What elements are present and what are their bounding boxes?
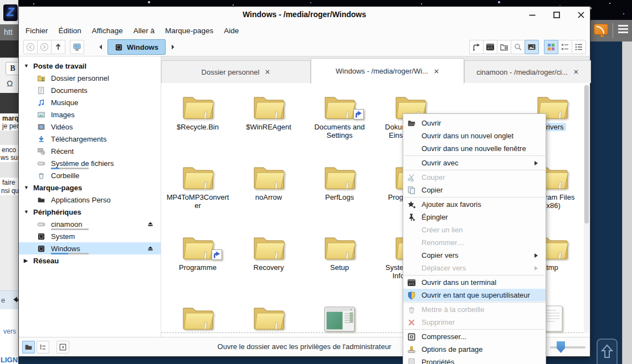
forward-button[interactable] xyxy=(37,40,52,54)
context-menu-item-ouvrir[interactable]: Ouvrir xyxy=(403,117,546,129)
sidebar-item-systeme-de-fichiers[interactable]: Système de fichiers xyxy=(19,157,161,169)
menu-affichage[interactable]: Affichage xyxy=(92,27,123,35)
trash-icon xyxy=(37,171,46,180)
file-folder-row4-2[interactable] xyxy=(234,297,303,332)
path-scroll-left[interactable] xyxy=(94,40,108,54)
show-thumbnails-button[interactable] xyxy=(525,40,539,54)
omega-button-fragment[interactable]: Ω xyxy=(7,79,13,88)
sidebar-item-recent[interactable]: Récent xyxy=(19,145,161,157)
file-setup[interactable]: Setup xyxy=(305,226,374,272)
close-button[interactable] xyxy=(577,11,585,19)
path-scroll-right[interactable] xyxy=(166,40,180,54)
computer-button[interactable] xyxy=(70,40,84,54)
browser-scrollbar[interactable] xyxy=(622,41,632,364)
file-noarrow[interactable]: noArrow xyxy=(234,156,303,201)
context-menu-item-deplacer-vers[interactable]: Déplacer vers xyxy=(403,262,546,274)
sidebar-item-system[interactable]: System xyxy=(19,230,161,242)
new-folder-button[interactable] xyxy=(497,40,511,54)
search-button[interactable] xyxy=(511,40,525,54)
hamburger-menu-icon[interactable] xyxy=(618,25,628,33)
file-folder-row4-1[interactable] xyxy=(163,297,232,332)
context-menu-item-options-de-partage[interactable]: Options de partage xyxy=(403,343,546,356)
file-recovery[interactable]: Recovery xyxy=(234,226,303,272)
drive-icon xyxy=(37,159,46,168)
sidebar-item-images[interactable]: Images xyxy=(19,108,161,121)
scroll-to-top-button[interactable] xyxy=(597,339,618,364)
background-browser-left-strip: Z htt B Ω marqje per encows sur fairensi… xyxy=(0,0,18,364)
tab-close-icon[interactable] xyxy=(573,69,579,75)
context-menu-item-renommer[interactable]: Renommer… xyxy=(403,236,546,249)
file-programme[interactable]: Programme xyxy=(163,226,232,272)
titlebar[interactable]: Windows - /media/roger/Windows xyxy=(19,7,590,23)
back-button[interactable] xyxy=(23,40,38,54)
zoom-slider[interactable] xyxy=(550,342,585,353)
sidebar-item-windows[interactable]: Windows xyxy=(19,242,161,254)
sidebar-section-poste-de-travail[interactable]: ▼Poste de travail xyxy=(19,60,161,72)
file-perflogs[interactable]: PerfLogs xyxy=(305,156,374,201)
tab-cinamoon[interactable]: cinamoon - /media/roger/ci... xyxy=(464,60,591,83)
zoom-slider-handle[interactable] xyxy=(557,341,565,353)
zoom-slider-track[interactable] xyxy=(550,346,585,349)
context-menu-item-creer-un-lien[interactable]: Créer un lien xyxy=(403,223,546,236)
menu-aide[interactable]: Aide xyxy=(224,27,239,35)
context-menu-item-mettre-a-la-corbeille[interactable]: Mettre à la corbeille xyxy=(403,303,546,316)
context-menu-item-copier[interactable]: Copier xyxy=(403,184,546,196)
tab-close-icon[interactable] xyxy=(265,69,270,75)
context-menu-item-epingler[interactable]: Épingler xyxy=(403,211,546,223)
context-menu-item-ouvrir-dans-un-terminal[interactable]: c:\Ouvrir dans un terminal xyxy=(403,276,546,289)
compact-view-button[interactable] xyxy=(558,40,572,54)
sidebar-section-peripheriques[interactable]: ▼Périphériques xyxy=(19,206,161,218)
sidebar-item-applications-perso[interactable]: Applications Perso xyxy=(19,194,161,206)
maximize-button[interactable] xyxy=(552,11,561,19)
bold-button-fragment[interactable]: B xyxy=(6,62,18,75)
tab-close-icon[interactable] xyxy=(434,69,439,74)
context-menu-item-couper[interactable]: Couper xyxy=(403,171,546,184)
sidebar-item-dossier-personnel[interactable]: Dossier personnel xyxy=(19,72,161,84)
context-menu-item-ouvrir-nouvel-onglet[interactable]: Ouvrir dans un nouvel onglet xyxy=(403,129,546,142)
breadcrumb-windows[interactable]: Windows xyxy=(107,39,166,55)
tab-home[interactable]: Dossier personnel xyxy=(161,60,311,83)
show-treeview-button[interactable] xyxy=(37,341,49,353)
sidebar-item-cinamoon[interactable]: cinamoon xyxy=(19,218,161,230)
context-menu-item-copier-vers[interactable]: Copier vers xyxy=(403,249,546,262)
minimize-button[interactable] xyxy=(528,11,537,19)
context-menu-item-ajouter-aux-favoris[interactable]: Ajouter aux favoris xyxy=(403,198,546,211)
menu-fichier[interactable]: Fichier xyxy=(25,27,48,35)
tab-windows[interactable]: Windows - /media/roger/Wi... xyxy=(311,58,464,84)
hide-side-panel-button[interactable] xyxy=(56,341,69,353)
eject-icon[interactable] xyxy=(147,245,154,253)
list-view-button[interactable] xyxy=(572,40,586,54)
sidebar-item-musique[interactable]: Musique xyxy=(19,96,161,108)
folder-icon xyxy=(163,156,232,191)
sidebar-item-telechargements[interactable]: Téléchargements xyxy=(19,133,161,145)
sidebar-section-reseau[interactable]: ▶Réseau xyxy=(19,254,161,267)
screen-share-icon[interactable] xyxy=(594,24,608,35)
file-winreagent[interactable]: $WinREAgent xyxy=(234,86,303,131)
file-mp4tomp3converter[interactable]: MP4ToMP3Converter xyxy=(163,156,232,210)
show-places-button[interactable] xyxy=(22,341,35,353)
sidebar-section-marque-pages[interactable]: ▼Marque-pages xyxy=(19,181,161,194)
icon-view-button[interactable] xyxy=(544,40,558,54)
context-menu-item-ouvrir-en-superutilisateur[interactable]: Ouvrir en tant que superutilisateur xyxy=(403,289,546,301)
file-documents-and-settings[interactable]: Documents and Settings xyxy=(305,86,374,139)
file-recycle-bin[interactable]: $Recycle.Bin xyxy=(163,86,232,131)
sidebar-item-documents[interactable]: Documents xyxy=(19,84,161,96)
context-menu-item-ouvrir-nouvelle-fenetre[interactable]: Ouvrir dans une nouvelle fenêtre xyxy=(403,142,546,155)
menu-marque-pages[interactable]: Marque-pages xyxy=(165,27,213,35)
sidebar-item-label: Récent xyxy=(51,147,74,155)
menu-edition[interactable]: Édition xyxy=(59,27,81,35)
eject-icon[interactable] xyxy=(147,220,154,229)
context-menu-item-supprimer[interactable]: Supprimer xyxy=(403,316,546,329)
up-button[interactable] xyxy=(51,40,65,54)
context-menu-item-ouvrir-avec[interactable]: Ouvrir avec xyxy=(403,157,546,169)
context-menu-item-compresser[interactable]: Compresser... xyxy=(403,330,546,343)
win-partition-icon xyxy=(37,232,46,241)
sidebar-item-corbeille[interactable]: Corbeille xyxy=(19,169,161,181)
toggle-location-bar-button[interactable] xyxy=(469,40,484,54)
file-app-row4-3[interactable] xyxy=(305,297,374,332)
sidebar-item-videos[interactable]: Vidéos xyxy=(19,121,161,133)
menu-aller-a[interactable]: Aller à xyxy=(133,27,155,35)
open-terminal-button[interactable]: c:\ xyxy=(483,40,497,54)
context-menu-item-proprietes[interactable]: Propriétés xyxy=(403,356,546,364)
link-fragment[interactable]: vers xyxy=(3,327,16,335)
